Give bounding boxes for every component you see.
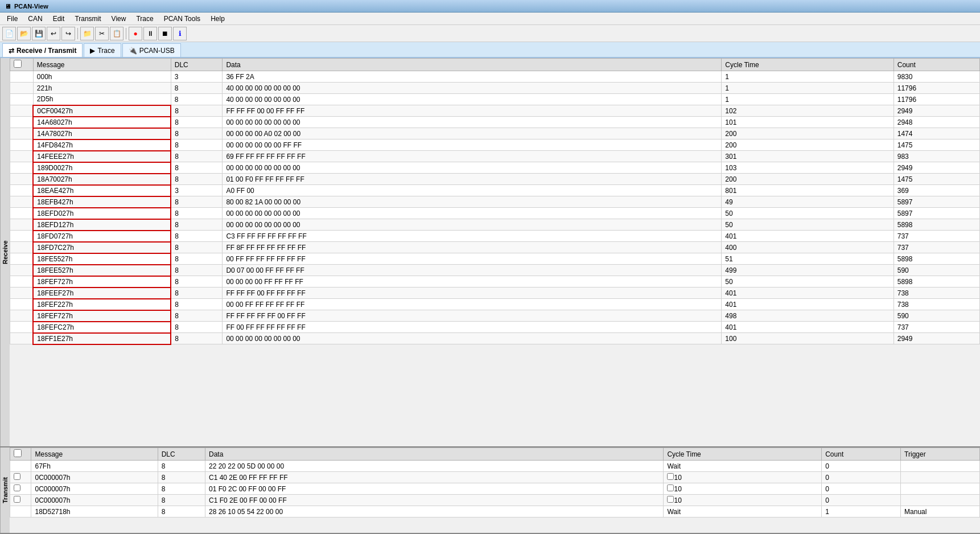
receive-row-message: 18EFB427h — [33, 196, 171, 208]
undo-button[interactable]: ↩ — [47, 27, 60, 40]
receive-row-data: FF FF FF 00 FF FF FF FF — [223, 287, 722, 299]
receive-row-data: FF 8F FF FF FF FF FF FF — [223, 242, 722, 253]
open-button[interactable]: 📂 — [17, 27, 31, 40]
receive-row-count: 983 — [893, 151, 979, 162]
transmit-row-trigger: Manual — [901, 506, 980, 517]
receive-header-checkbox-cell — [10, 59, 34, 71]
tab-receive-transmit[interactable]: ⇄ Receive / Transmit — [2, 43, 83, 57]
transmit-cycle-checkbox[interactable] — [667, 484, 674, 491]
receive-row-count: 369 — [893, 185, 979, 196]
receive-row: 18EAE427h3A0 FF 00801369 — [10, 185, 980, 196]
menu-item-view[interactable]: View — [107, 14, 131, 24]
menu-item-transmit[interactable]: Transmit — [70, 14, 105, 24]
transmit-row-checkbox[interactable] — [10, 472, 31, 483]
receive-row-cycletime: 200 — [722, 128, 893, 139]
receive-row-count: 590 — [893, 310, 979, 322]
transmit-row-checkbox[interactable] — [10, 495, 31, 506]
title-bar: 🖥 PCAN-View — [0, 0, 980, 13]
receive-row-checkbox — [10, 276, 34, 287]
transmit-row-checkbox-input[interactable] — [14, 473, 20, 480]
menu-item-pcan-tools[interactable]: PCAN Tools — [159, 14, 205, 24]
transmit-cycle-checkbox[interactable] — [667, 496, 674, 503]
receive-row-data: 00 00 00 00 00 00 00 00 — [223, 117, 722, 128]
receive-row-data: 40 00 00 00 00 00 00 00 — [223, 83, 722, 94]
receive-row-message: 14A68027h — [33, 117, 171, 128]
receive-row: 18A70027h801 00 F0 FF FF FF FF FF2001475 — [10, 174, 980, 185]
new-button[interactable]: 📄 — [2, 27, 16, 40]
receive-row-checkbox — [10, 310, 34, 322]
menu-item-can[interactable]: CAN — [23, 14, 47, 24]
receive-row-message: 18FE5527h — [33, 253, 171, 265]
transmit-row-checkbox[interactable] — [10, 506, 31, 517]
receive-row-dlc: 8 — [171, 310, 223, 322]
receive-row: 18FE5527h800 FF FF FF FF FF FF FF515898 — [10, 253, 980, 265]
receive-row-message: 18FEE527h — [33, 265, 171, 276]
tab-trace[interactable]: ▶ Trace — [84, 43, 121, 57]
transmit-row-cycletime: 10 — [664, 483, 822, 495]
receive-row-count: 2948 — [893, 117, 979, 128]
receive-row-cycletime: 103 — [722, 162, 893, 174]
redo-button[interactable]: ↪ — [61, 27, 75, 40]
receive-row-dlc: 8 — [171, 287, 223, 299]
receive-row-data: A0 FF 00 — [223, 185, 722, 196]
save-button[interactable]: 💾 — [32, 27, 46, 40]
receive-row-cycletime: 801 — [722, 185, 893, 196]
receive-row-message: 221h — [33, 83, 171, 94]
receive-row-cycletime: 200 — [722, 174, 893, 185]
receive-col-dlc: DLC — [171, 59, 223, 71]
receive-row-dlc: 8 — [171, 219, 223, 231]
receive-row-dlc: 8 — [171, 196, 223, 208]
pause-button[interactable]: ⏸ — [143, 27, 157, 40]
receive-row-dlc: 8 — [171, 117, 223, 128]
info-button[interactable]: ℹ — [173, 27, 187, 40]
transmit-row-count: 1 — [822, 506, 901, 517]
receive-row: 000h336 FF 2A19830 — [10, 71, 980, 83]
transmit-table: Message DLC Data Cycle Time Count Trigge… — [10, 447, 980, 517]
receive-row-message: 18FEF727h — [33, 310, 171, 322]
receive-row-cycletime: 101 — [722, 117, 893, 128]
receive-row-cycletime: 1 — [722, 83, 893, 94]
receive-row-message: 18FEFC27h — [33, 322, 171, 333]
menu-item-trace[interactable]: Trace — [131, 14, 158, 24]
receive-row-cycletime: 51 — [722, 253, 893, 265]
transmit-row-checkbox[interactable] — [10, 483, 31, 495]
receive-row-data: 01 00 F0 FF FF FF FF FF — [223, 174, 722, 185]
receive-row-checkbox — [10, 94, 34, 105]
receive-row-message: 18FEF727h — [33, 276, 171, 287]
receive-row: 18FEFC27h8FF 00 FF FF FF FF FF FF401737 — [10, 322, 980, 333]
transmit-label: Transmit — [0, 447, 10, 533]
receive-row-count: 5898 — [893, 276, 979, 287]
receive-row: 14FD8427h800 00 00 00 00 00 FF FF2001475 — [10, 139, 980, 151]
tab-pcan-usb[interactable]: 🔌 PCAN-USB — [122, 43, 181, 57]
receive-row-cycletime: 50 — [722, 208, 893, 219]
menu-item-file[interactable]: File — [2, 14, 22, 24]
receive-row-count: 5897 — [893, 196, 979, 208]
receive-row-dlc: 3 — [171, 71, 223, 83]
receive-row-data: 36 FF 2A — [223, 71, 722, 83]
transmit-select-all[interactable] — [14, 449, 22, 457]
scissors-button[interactable]: ✂ — [95, 27, 109, 40]
menu-item-edit[interactable]: Edit — [48, 14, 69, 24]
receive-select-all[interactable] — [14, 60, 22, 68]
transmit-row-checkbox-input[interactable] — [14, 496, 20, 503]
record-button[interactable]: ● — [129, 27, 142, 40]
receive-row: 14A68027h800 00 00 00 00 00 00 001012948 — [10, 117, 980, 128]
receive-row-count: 737 — [893, 231, 979, 242]
receive-row-data: FF FF FF FF FF 00 FF FF — [223, 310, 722, 322]
receive-row-cycletime: 200 — [722, 139, 893, 151]
transmit-row-trigger — [901, 483, 980, 495]
transmit-row-checkbox[interactable] — [10, 461, 31, 472]
transmit-row-message: 18D52718h — [31, 506, 158, 517]
transmit-cycle-checkbox[interactable] — [667, 473, 674, 480]
transmit-row: 0C000007h8C1 40 2E 00 FF FF FF FF100 — [10, 472, 980, 483]
menu-item-help[interactable]: Help — [206, 14, 229, 24]
receive-row: 18FF1E27h800 00 00 00 00 00 00 001002949 — [10, 333, 980, 344]
transmit-row-checkbox-input[interactable] — [14, 484, 20, 491]
copy-button[interactable]: 📋 — [110, 27, 123, 40]
transmit-row-trigger — [901, 461, 980, 472]
receive-row-message: 18EFD027h — [33, 208, 171, 219]
receive-col-data: Data — [223, 59, 722, 71]
transmit-col-data: Data — [205, 448, 663, 461]
stop-button[interactable]: ⏹ — [158, 27, 172, 40]
folder-button[interactable]: 📁 — [80, 27, 94, 40]
